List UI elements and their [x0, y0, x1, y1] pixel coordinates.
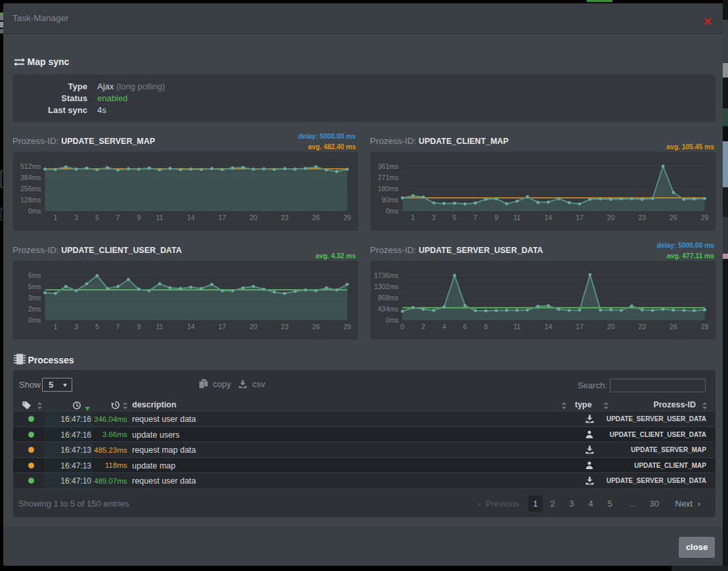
svg-text:17: 17 [218, 214, 226, 221]
svg-text:0: 0 [400, 323, 404, 331]
svg-text:271ms: 271ms [377, 173, 398, 181]
svg-text:9: 9 [137, 323, 141, 331]
svg-text:0ms: 0ms [385, 316, 398, 324]
svg-text:3ms: 3ms [28, 294, 41, 302]
svg-text:17: 17 [576, 214, 583, 221]
svg-text:29: 29 [700, 214, 708, 221]
svg-text:29: 29 [700, 323, 708, 331]
svg-text:0ms: 0ms [385, 207, 398, 215]
svg-text:0ms: 0ms [28, 316, 41, 324]
svg-text:90ms: 90ms [381, 196, 398, 204]
svg-text:5: 5 [95, 214, 99, 221]
svg-text:26: 26 [312, 214, 320, 221]
svg-text:5ms: 5ms [28, 283, 41, 290]
svg-text:14: 14 [187, 323, 194, 331]
svg-text:128ms: 128ms [20, 196, 41, 204]
svg-text:23: 23 [638, 323, 646, 331]
svg-text:7: 7 [473, 214, 477, 221]
svg-text:0ms: 0ms [28, 207, 41, 215]
svg-text:7: 7 [116, 323, 120, 331]
svg-text:14: 14 [187, 214, 194, 221]
svg-text:1736ms: 1736ms [374, 271, 398, 279]
svg-text:11: 11 [513, 214, 520, 221]
svg-text:14: 14 [544, 323, 552, 331]
svg-text:434ms: 434ms [377, 305, 398, 313]
svg-text:20: 20 [249, 323, 257, 331]
svg-text:3: 3 [432, 214, 436, 221]
svg-text:1: 1 [53, 323, 57, 331]
svg-text:29: 29 [343, 323, 351, 331]
svg-text:26: 26 [670, 323, 677, 331]
svg-text:23: 23 [638, 214, 646, 221]
svg-text:3: 3 [74, 323, 78, 331]
svg-text:9: 9 [137, 214, 141, 221]
svg-text:11: 11 [156, 214, 163, 221]
svg-text:20: 20 [606, 323, 614, 331]
svg-text:361ms: 361ms [377, 162, 398, 170]
svg-text:1: 1 [411, 214, 415, 221]
svg-text:20: 20 [249, 214, 257, 221]
svg-text:384ms: 384ms [20, 173, 41, 181]
svg-text:2ms: 2ms [28, 305, 41, 313]
svg-text:23: 23 [281, 214, 288, 221]
svg-text:14: 14 [544, 214, 552, 221]
svg-text:6: 6 [463, 323, 466, 331]
svg-text:29: 29 [343, 214, 351, 221]
svg-text:180ms: 180ms [377, 185, 398, 193]
svg-text:26: 26 [312, 323, 320, 331]
svg-text:23: 23 [281, 323, 288, 331]
svg-text:17: 17 [576, 323, 583, 331]
svg-text:9: 9 [494, 214, 498, 221]
svg-text:1302ms: 1302ms [374, 283, 398, 290]
svg-text:5: 5 [95, 323, 99, 331]
svg-text:17: 17 [218, 323, 226, 331]
svg-text:11: 11 [513, 323, 520, 331]
svg-text:6ms: 6ms [28, 271, 41, 279]
svg-text:2: 2 [421, 323, 425, 331]
svg-text:8: 8 [484, 323, 488, 331]
svg-text:5: 5 [452, 214, 456, 221]
svg-text:20: 20 [606, 214, 614, 221]
svg-text:4: 4 [442, 323, 445, 331]
svg-text:11: 11 [156, 323, 163, 331]
svg-text:1: 1 [53, 214, 57, 221]
svg-text:868ms: 868ms [377, 294, 398, 302]
svg-text:3: 3 [74, 214, 78, 221]
svg-text:256ms: 256ms [20, 185, 41, 193]
svg-text:7: 7 [116, 214, 120, 221]
svg-text:512ms: 512ms [20, 162, 41, 170]
svg-text:26: 26 [670, 214, 677, 221]
